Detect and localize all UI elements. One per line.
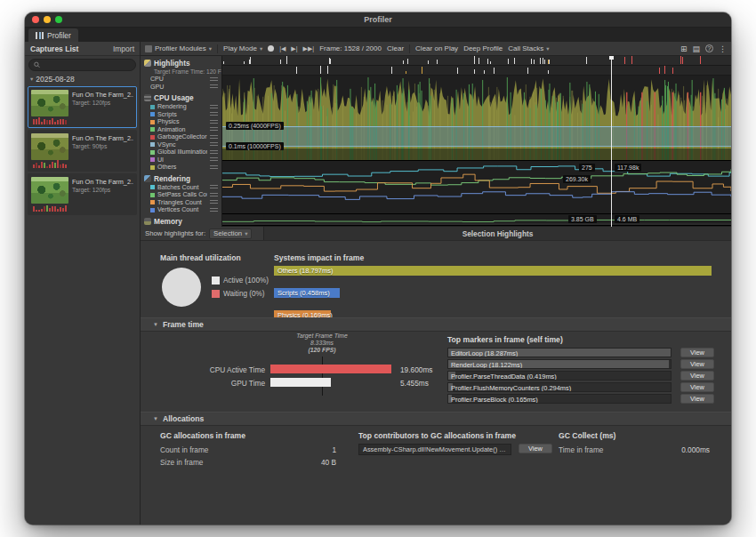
next-frame-button[interactable]: ▶| <box>291 45 297 52</box>
details-view-icon[interactable]: ▤ <box>692 44 700 53</box>
meter-icon <box>210 84 218 89</box>
highlights-module-icon <box>144 60 151 67</box>
rendering-module-icon <box>144 175 151 182</box>
selection-highlights-header: Selection Highlights <box>263 227 731 240</box>
legend-triangles-count[interactable]: Triangles Count <box>141 199 221 207</box>
view-button[interactable]: View <box>519 444 552 453</box>
module-highlights[interactable]: Highlights <box>141 58 221 68</box>
capture-item[interactable]: Fun On The Farm_2... Target: 90fps <box>28 130 137 172</box>
memory-series <box>222 214 731 225</box>
capture-search[interactable] <box>28 59 136 71</box>
window-titlebar[interactable]: Profiler <box>25 12 731 28</box>
marker-row: EditorLoop (18.287ms) View <box>447 348 714 357</box>
legend-scripts[interactable]: Scripts <box>141 111 221 119</box>
frame-time-section-header[interactable]: ▼ Frame time <box>141 317 731 332</box>
module-cpu-usage[interactable]: CPU Usage <box>141 92 221 103</box>
modules-icon <box>145 45 152 52</box>
frame-playhead[interactable] <box>611 56 612 227</box>
count-in-frame-label: Count in frame <box>160 445 208 454</box>
highlights-gpu-row[interactable] <box>222 66 731 76</box>
profiler-modules-dropdown[interactable]: Profiler Modules ▾ <box>145 44 212 52</box>
legend-global-illumination[interactable]: Global Illumination <box>141 148 221 156</box>
marker-bar: Profiler.ParseThreadData (0.419ms) <box>447 371 672 381</box>
donut-legend-active: Active (100%) <box>212 274 269 287</box>
systems-bar-others[interactable]: Others (18.797ms) <box>274 266 712 276</box>
frame-counter: Frame: 1528 / 2000 <box>319 44 382 52</box>
meter-icon <box>210 165 218 170</box>
zoom-window-button[interactable] <box>55 16 62 23</box>
legend-vertices-count[interactable]: Vertices Count <box>141 206 221 214</box>
donut-legend-waiting: Waiting (0%) <box>212 287 269 301</box>
legend-batches-count[interactable]: Batches Count <box>141 184 221 192</box>
view-button[interactable]: View <box>680 394 714 404</box>
legend-others[interactable]: Others <box>141 164 221 172</box>
capture-date-group[interactable]: ▾ 2025-08-28 <box>25 73 140 85</box>
current-frame-button[interactable]: ▶▶| <box>303 45 315 52</box>
legend-rendering[interactable]: Rendering <box>141 103 221 111</box>
play-mode-dropdown[interactable]: Play Mode ▾ <box>223 44 262 52</box>
highlights-row-cpu[interactable]: CPU <box>141 76 221 84</box>
search-icon <box>34 61 40 68</box>
cpu-usage-chart[interactable]: 0.25ms (4000FPS) 0.1ms (10000FPS) <box>222 76 731 161</box>
clear-on-play-toggle[interactable]: Clear on Play <box>415 44 458 52</box>
legend-physics[interactable]: Physics <box>141 118 221 126</box>
legend-swatch <box>150 165 155 170</box>
view-button[interactable]: View <box>680 382 714 392</box>
highlights-row-gpu[interactable]: GPU <box>141 84 221 92</box>
legend-swatch <box>150 142 155 147</box>
deep-profile-toggle[interactable]: Deep Profile <box>463 44 503 52</box>
close-window-button[interactable] <box>32 16 39 23</box>
annotation-line: (120 FPS) <box>269 347 375 354</box>
view-button[interactable]: View <box>680 348 714 357</box>
record-button[interactable] <box>268 45 274 52</box>
legend-vsync[interactable]: VSync <box>141 141 221 149</box>
menu-icon[interactable]: ⋮ <box>719 44 727 53</box>
rendering-chart[interactable]: 275 117.98k 269.30k <box>222 161 731 214</box>
legend-garbagecollector[interactable]: GarbageCollector <box>141 133 221 141</box>
highlights-scope-dropdown[interactable]: Selection ▾ <box>209 228 252 239</box>
tab-profiler[interactable]: Profiler <box>28 28 78 42</box>
highlights-strip[interactable] <box>222 56 731 76</box>
systems-bar-scripts[interactable]: Scripts (0.458ms) <box>274 288 340 298</box>
marker-bar: EditorLoop (18.287ms) <box>447 348 672 357</box>
minimize-window-button[interactable] <box>44 16 51 23</box>
clear-button[interactable]: Clear <box>387 44 404 52</box>
import-button[interactable]: Import <box>113 44 134 53</box>
profiler-main: Profiler Modules ▾ Play Mode ▾ |◀ ▶| ▶▶|… <box>141 42 731 525</box>
capture-sparkline <box>33 160 67 168</box>
previous-frame-button[interactable]: |◀ <box>279 45 286 52</box>
legend-setpass-calls-count[interactable]: SetPass Calls Count <box>141 191 221 199</box>
toolbar-separator <box>217 44 218 53</box>
capture-item[interactable]: Fun On The Farm_2... Target: 120fps <box>28 173 137 215</box>
chart-canvas[interactable]: 0.25ms (4000FPS) 0.1ms (10000FPS) 275 11… <box>222 56 731 227</box>
legend-label: VSync <box>157 141 207 148</box>
legend-ui[interactable]: UI <box>141 156 221 164</box>
caret-down-icon: ▾ <box>209 45 212 52</box>
layout-grid-icon[interactable]: ⊞ <box>680 44 688 53</box>
help-icon[interactable]: ? <box>705 44 713 52</box>
capture-name: Fun On The Farm_2... <box>72 178 133 186</box>
allocations-section-header[interactable]: ▼ Allocations <box>141 412 731 426</box>
module-rendering[interactable]: Rendering <box>141 173 221 184</box>
capture-target: Target: 120fps <box>72 187 133 193</box>
gc-contributor-item[interactable]: Assembly-CSharp.dll!NewMovement.Update()… <box>358 444 511 455</box>
legend-animation[interactable]: Animation <box>141 126 221 134</box>
target-frame-time-line <box>322 357 323 396</box>
captures-sidebar: Captures List Import ▾ 2025-08-28 Fun On… <box>25 42 141 525</box>
marker-label: Profiler.ParseBlock (0.165ms) <box>451 396 538 404</box>
memory-chart[interactable]: 3.85 GB 4.6 MB <box>222 214 731 226</box>
module-memory[interactable]: Memory <box>141 216 221 227</box>
view-button[interactable]: View <box>680 359 714 369</box>
cpu-usage-series <box>222 76 731 160</box>
section-title: Allocations <box>163 414 204 423</box>
caret-down-icon: ▾ <box>245 230 247 237</box>
memory-module-icon <box>144 218 151 225</box>
view-button[interactable]: View <box>680 371 714 381</box>
cpu-active-time-bar <box>270 365 391 373</box>
call-stacks-dropdown[interactable]: Call Stacks ▾ <box>508 44 549 52</box>
legend-swatch <box>150 112 155 116</box>
capture-item[interactable]: Fun On The Farm_2... Target: 120fps <box>28 86 137 128</box>
highlights-cpu-row[interactable] <box>222 56 731 66</box>
search-input[interactable] <box>43 61 131 69</box>
legend-label: Global Illumination <box>157 148 207 156</box>
